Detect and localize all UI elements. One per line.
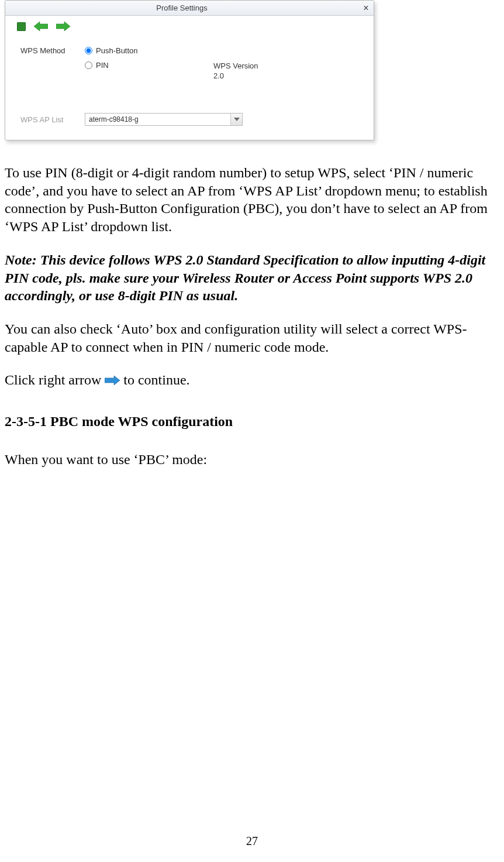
forward-arrow-icon[interactable] (56, 20, 70, 32)
page-number: 27 (0, 834, 504, 848)
wps-method-area: WPS Method Push-Button PIN (20, 46, 363, 80)
wps-ap-list-value: aterm-c98418-g (85, 114, 230, 125)
radio-pin-label: PIN (96, 61, 109, 70)
paragraph-pin-instructions: To use PIN (8-digit or 4-digit random nu… (5, 164, 499, 236)
back-arrow-icon[interactable] (34, 20, 48, 32)
stop-icon[interactable] (17, 22, 26, 31)
click-right-arrow-line: Click right arrow to continue. (5, 371, 499, 389)
paragraph-pbc-mode: When you want to use ‘PBC’ mode: (5, 451, 499, 469)
wps-method-push-button[interactable]: Push-Button (85, 46, 213, 55)
wps-ap-list-label: WPS AP List (20, 115, 85, 124)
svg-marker-3 (105, 376, 120, 385)
click-right-arrow-prefix: Click right arrow (5, 371, 101, 389)
document-body: To use PIN (8-digit or 4-digit random nu… (5, 164, 499, 469)
titlebar: Profile Settings × (5, 1, 374, 16)
wps-method-pin[interactable]: PIN (85, 61, 213, 70)
wps-version-value: 2.0 (213, 71, 363, 80)
svg-marker-0 (34, 22, 48, 31)
right-arrow-icon (105, 374, 120, 387)
dialog-toolbar (5, 16, 374, 36)
close-icon[interactable]: × (358, 4, 374, 13)
radio-push-button[interactable] (85, 47, 92, 54)
chevron-down-icon[interactable] (230, 114, 242, 125)
window-title: Profile Settings (5, 4, 358, 12)
paragraph-auto-box: You can also check ‘Auto’ box and config… (5, 320, 499, 356)
click-right-arrow-suffix: to continue. (123, 371, 189, 389)
wps-ap-list-dropdown[interactable]: aterm-c98418-g (85, 113, 243, 126)
note-wps-2: Note: This device follows WPS 2.0 Standa… (5, 251, 499, 305)
svg-marker-2 (234, 118, 240, 121)
radio-push-button-label: Push-Button (96, 46, 138, 55)
section-heading-2-3-5-1: 2-3-5-1 PBC mode WPS configuration (5, 413, 499, 431)
dialog-body: WPS Method Push-Button PIN (5, 36, 374, 140)
wps-ap-list-row: WPS AP List aterm-c98418-g (20, 113, 363, 126)
profile-settings-dialog: Profile Settings × WPS Method (5, 0, 374, 140)
wps-method-label: WPS Method (20, 46, 85, 80)
radio-pin[interactable] (85, 61, 92, 69)
svg-marker-1 (56, 22, 70, 31)
wps-version-label: WPS Version (213, 61, 363, 70)
